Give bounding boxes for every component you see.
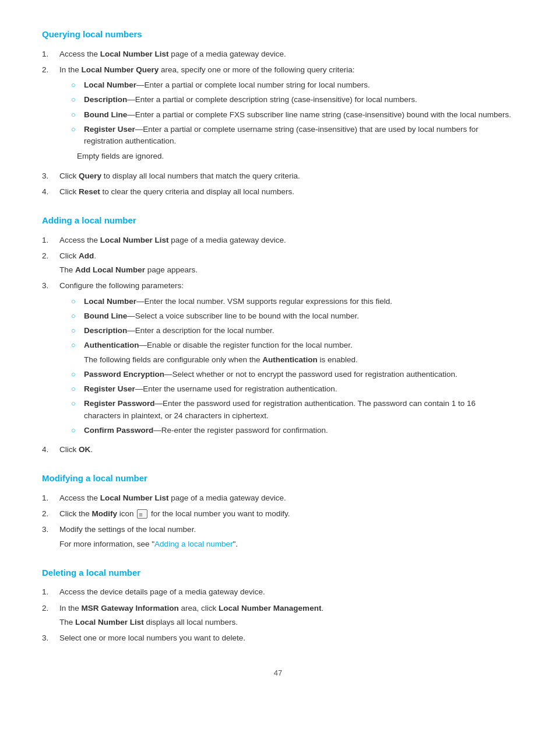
step-content: Click OK. bbox=[59, 444, 514, 456]
page-number: 47 bbox=[42, 667, 514, 679]
step-num: 3. bbox=[42, 524, 59, 550]
step-content: Access the Local Number List page of a m… bbox=[59, 492, 514, 504]
bullet-list-adding: ○ Local Number—Enter the local number. V… bbox=[71, 296, 514, 437]
bullet-icon: ○ bbox=[71, 425, 84, 436]
step-querying-4: 4. Click Reset to clear the query criter… bbox=[42, 186, 514, 198]
bullet-item: ○ Password Encryption—Select whether or … bbox=[71, 369, 514, 380]
step-modifying-3: 3. Modify the settings of the local numb… bbox=[42, 524, 514, 550]
step-adding-4: 4. Click OK. bbox=[42, 444, 514, 456]
bullet-content: Local Number—Enter a partial or complete… bbox=[84, 79, 514, 91]
step-num: 2. bbox=[42, 64, 59, 166]
bullet-content: Description—Enter a description for the … bbox=[84, 325, 514, 337]
step-content: Select one or more local numbers you wan… bbox=[59, 632, 514, 644]
bullet-icon: ○ bbox=[71, 369, 84, 380]
step-num: 4. bbox=[42, 186, 59, 198]
link-adding-local-number[interactable]: Adding a local number bbox=[154, 540, 233, 548]
step-adding-1: 1. Access the Local Number List page of … bbox=[42, 235, 514, 246]
step-modifying-1: 1. Access the Local Number List page of … bbox=[42, 492, 514, 504]
section-deleting: Deleting a local number 1. Access the de… bbox=[42, 566, 514, 645]
page: Querying local numbers 1. Access the Loc… bbox=[0, 0, 556, 756]
step-num: 3. bbox=[42, 632, 59, 644]
bullet-content: Bound Line—Select a voice subscriber lin… bbox=[84, 310, 514, 322]
step-num: 2. bbox=[42, 250, 59, 276]
step-num: 1. bbox=[42, 48, 59, 60]
section-modifying: Modifying a local number 1. Access the L… bbox=[42, 472, 514, 550]
step-content: Access the Local Number List page of a m… bbox=[59, 235, 514, 246]
step-num: 2. bbox=[42, 603, 59, 629]
bullet-item: ○ Register Password—Enter the password u… bbox=[71, 398, 514, 422]
bullet-icon: ○ bbox=[71, 383, 84, 395]
heading-querying: Querying local numbers bbox=[42, 28, 514, 41]
bullet-icon: ○ bbox=[71, 310, 84, 322]
steps-querying: 1. Access the Local Number List page of … bbox=[42, 48, 514, 198]
bullet-item: ○ Description—Enter a partial or complet… bbox=[71, 94, 514, 106]
step-querying-1: 1. Access the Local Number List page of … bbox=[42, 48, 514, 60]
bullet-content: Password Encryption—Select whether or no… bbox=[84, 369, 514, 380]
step-num: 4. bbox=[42, 444, 59, 456]
bullet-icon: ○ bbox=[71, 79, 84, 91]
step-content: In the Local Number Query area, specify … bbox=[59, 64, 514, 166]
bullet-list-querying: ○ Local Number—Enter a partial or comple… bbox=[71, 79, 514, 147]
step-deleting-1: 1. Access the device details page of a m… bbox=[42, 586, 514, 598]
bullet-content: Register User—Enter the username used fo… bbox=[84, 383, 514, 395]
heading-deleting: Deleting a local number bbox=[42, 566, 514, 580]
step-content: Click Reset to clear the query criteria … bbox=[59, 186, 514, 198]
bullet-content: Bound Line—Enter a partial or complete F… bbox=[84, 109, 514, 121]
step-num: 3. bbox=[42, 170, 59, 182]
step-adding-3: 3. Configure the following parameters: ○… bbox=[42, 280, 514, 440]
bullet-icon: ○ bbox=[71, 340, 84, 366]
note-text: Empty fields are ignored. bbox=[77, 150, 514, 162]
bullet-content: Register Password—Enter the password use… bbox=[84, 398, 514, 422]
bullet-content: Register User—Enter a partial or complet… bbox=[84, 124, 514, 148]
section-adding: Adding a local number 1. Access the Loca… bbox=[42, 214, 514, 456]
bullet-icon: ○ bbox=[71, 94, 84, 106]
bullet-item: ○ Register User—Enter a partial or compl… bbox=[71, 124, 514, 148]
step-content: Click Add. The Add Local Number page app… bbox=[59, 250, 514, 276]
bullet-icon: ○ bbox=[71, 398, 84, 422]
step-adding-2: 2. Click Add. The Add Local Number page … bbox=[42, 250, 514, 276]
step-querying-2: 2. In the Local Number Query area, speci… bbox=[42, 64, 514, 166]
bullet-item: ○ Register User—Enter the username used … bbox=[71, 383, 514, 395]
bullet-icon: ○ bbox=[71, 124, 84, 148]
step-deleting-2: 2. In the MSR Gateway Information area, … bbox=[42, 603, 514, 629]
modify-icon bbox=[137, 509, 147, 519]
heading-adding: Adding a local number bbox=[42, 214, 514, 228]
step-content: Modify the settings of the local number.… bbox=[59, 524, 514, 550]
bullet-content: Confirm Password—Re-enter the register p… bbox=[84, 425, 514, 436]
bullet-item: ○ Authentication—Enable or disable the r… bbox=[71, 340, 514, 366]
bullet-content: Description—Enter a partial or complete … bbox=[84, 94, 514, 106]
step-num: 3. bbox=[42, 280, 59, 440]
step-content: Configure the following parameters: ○ Lo… bbox=[59, 280, 514, 440]
steps-adding: 1. Access the Local Number List page of … bbox=[42, 235, 514, 456]
step-querying-3: 3. Click Query to display all local numb… bbox=[42, 170, 514, 182]
step-num: 1. bbox=[42, 235, 59, 246]
bullet-item: ○ Local Number—Enter the local number. V… bbox=[71, 296, 514, 307]
step-num: 2. bbox=[42, 508, 59, 520]
step-content: Access the Local Number List page of a m… bbox=[59, 48, 514, 60]
bullet-item: ○ Confirm Password—Re-enter the register… bbox=[71, 425, 514, 436]
step-content: In the MSR Gateway Information area, cli… bbox=[59, 603, 514, 629]
step-deleting-3: 3. Select one or more local numbers you … bbox=[42, 632, 514, 644]
bullet-icon: ○ bbox=[71, 296, 84, 307]
step-content: Click Query to display all local numbers… bbox=[59, 170, 514, 182]
step-modifying-2: 2. Click the Modify icon for the local n… bbox=[42, 508, 514, 520]
heading-modifying: Modifying a local number bbox=[42, 472, 514, 485]
bullet-icon: ○ bbox=[71, 325, 84, 337]
step-content: Access the device details page of a medi… bbox=[59, 586, 514, 598]
bullet-item: ○ Bound Line—Enter a partial or complete… bbox=[71, 109, 514, 121]
bullet-icon: ○ bbox=[71, 109, 84, 121]
bullet-item: ○ Description—Enter a description for th… bbox=[71, 325, 514, 337]
steps-modifying: 1. Access the Local Number List page of … bbox=[42, 492, 514, 550]
bullet-content: Local Number—Enter the local number. VSM… bbox=[84, 296, 514, 307]
section-querying: Querying local numbers 1. Access the Loc… bbox=[42, 28, 514, 198]
bullet-item: ○ Bound Line—Select a voice subscriber l… bbox=[71, 310, 514, 322]
step-content: Click the Modify icon for the local numb… bbox=[59, 508, 514, 520]
step-num: 1. bbox=[42, 586, 59, 598]
steps-deleting: 1. Access the device details page of a m… bbox=[42, 586, 514, 644]
step-num: 1. bbox=[42, 492, 59, 504]
bullet-item: ○ Local Number—Enter a partial or comple… bbox=[71, 79, 514, 91]
bullet-content: Authentication—Enable or disable the reg… bbox=[84, 340, 514, 366]
